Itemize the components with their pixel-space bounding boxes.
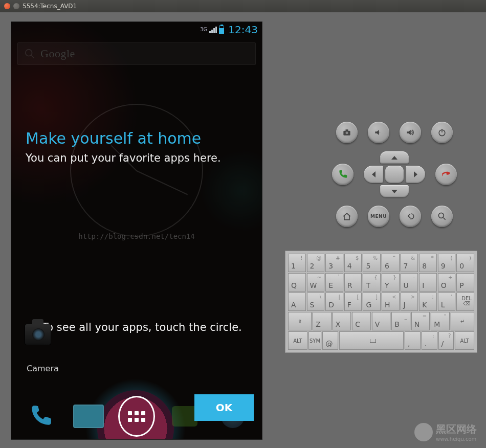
key-9[interactable]: 9(: [438, 254, 456, 272]
search-placeholder: Google: [40, 47, 75, 60]
dpad-down[interactable]: [380, 185, 409, 197]
key-,[interactable]: ,: [405, 331, 421, 350]
key-L[interactable]: L': [438, 293, 456, 311]
key-8[interactable]: 8*: [419, 254, 437, 272]
key-G[interactable]: G]: [363, 293, 381, 311]
signal-icon: [209, 26, 217, 33]
ok-button[interactable]: OK: [194, 394, 254, 421]
key-R[interactable]: R: [344, 273, 362, 292]
volume-down-button[interactable]: [368, 122, 389, 143]
key-U[interactable]: U-: [401, 273, 418, 292]
dialer-icon[interactable]: [22, 398, 59, 435]
svg-point-0: [26, 50, 32, 56]
key-T[interactable]: T{: [363, 273, 381, 292]
key-B[interactable]: B_: [391, 312, 410, 330]
key-Q[interactable]: Q: [288, 273, 306, 292]
key-K[interactable]: K;: [419, 293, 437, 311]
key-O[interactable]: O+: [438, 273, 456, 292]
key-W[interactable]: W~: [307, 273, 325, 292]
phone-screen[interactable]: 3G 12:43 Google Make yourself at home Yo…: [11, 22, 262, 439]
tutorial-title: Make yourself at home: [26, 129, 201, 147]
clock-text: 12:43: [228, 24, 258, 36]
key-6[interactable]: 6^: [382, 254, 400, 272]
camera-app-icon[interactable]: [25, 324, 51, 345]
svg-rect-4: [346, 129, 348, 131]
svg-line-8: [444, 218, 446, 220]
status-bar: 3G 12:43: [11, 22, 262, 37]
key-DEL
⌫[interactable]: DEL ⌫: [456, 293, 474, 311]
key-⌴[interactable]: ⌴: [339, 331, 404, 350]
tutorial-tip: To see all your apps, touch the circle.: [42, 321, 242, 333]
dpad-left[interactable]: [364, 166, 383, 183]
svg-point-3: [346, 131, 348, 134]
dpad-center[interactable]: [385, 166, 404, 183]
google-search-bar[interactable]: Google: [17, 42, 256, 65]
mushroom-icon: [414, 423, 433, 441]
dpad-up[interactable]: [380, 151, 409, 164]
key-0[interactable]: 0): [456, 254, 474, 272]
key-↵[interactable]: ↵: [451, 312, 474, 330]
window-title: 5554:Tecns_AVD1: [23, 3, 77, 10]
close-icon[interactable]: [4, 3, 10, 9]
contacts-icon[interactable]: [70, 398, 107, 435]
key-7[interactable]: 7&: [401, 254, 418, 272]
call-button[interactable]: [332, 164, 354, 185]
network-icon: 3G: [200, 27, 207, 32]
key-4[interactable]: 4$: [344, 254, 362, 272]
minimize-icon[interactable]: [13, 3, 19, 9]
window-titlebar: 5554:Tecns_AVD1: [0, 0, 486, 12]
key-J[interactable]: J>: [401, 293, 418, 311]
svg-point-7: [438, 213, 444, 218]
key-X[interactable]: X: [333, 312, 351, 330]
key-I[interactable]: I: [419, 273, 437, 292]
key-2[interactable]: 2@: [307, 254, 325, 272]
key-F[interactable]: F[: [344, 293, 362, 311]
key-S[interactable]: S\: [307, 293, 325, 311]
key-P[interactable]: P: [456, 273, 474, 292]
key-@[interactable]: @: [322, 331, 338, 350]
key-Y[interactable]: Y}: [382, 273, 400, 292]
power-button[interactable]: [431, 122, 453, 143]
key-V[interactable]: V: [372, 312, 391, 330]
key-3[interactable]: 3#: [325, 254, 343, 272]
clock-widget: [70, 104, 203, 237]
volume-up-button[interactable]: [400, 122, 421, 143]
key-C[interactable]: C: [352, 312, 371, 330]
camera-app-label: Camera: [27, 364, 59, 373]
key-5[interactable]: 5%: [363, 254, 381, 272]
key-⇧[interactable]: ⇧: [288, 312, 312, 330]
key-E[interactable]: E`: [325, 273, 343, 292]
menu-button[interactable]: MENU: [368, 206, 389, 227]
emulator-hw-buttons: MENU: [315, 122, 474, 227]
key-Z[interactable]: Z: [313, 312, 332, 330]
back-button[interactable]: [400, 206, 421, 227]
key-1[interactable]: 1!: [288, 254, 306, 272]
key-N[interactable]: N=: [411, 312, 430, 330]
end-call-button[interactable]: [435, 164, 457, 185]
dpad-right[interactable]: [406, 166, 425, 183]
home-button[interactable]: [336, 206, 358, 227]
dpad: [364, 151, 425, 197]
key-SYM[interactable]: SYM: [308, 331, 322, 350]
key-H[interactable]: H<: [382, 293, 400, 311]
key-A[interactable]: A: [288, 293, 306, 311]
battery-icon: [219, 26, 224, 34]
camera-hw-button[interactable]: [336, 122, 358, 143]
site-watermark: 黑区网络 www.heiqu.com: [414, 422, 477, 442]
apps-drawer-button[interactable]: [118, 398, 155, 435]
key-M[interactable]: M": [431, 312, 450, 330]
tutorial-subtitle: You can put your favorite apps here.: [26, 152, 221, 164]
svg-line-1: [31, 55, 34, 58]
key-/[interactable]: /?: [438, 331, 454, 350]
key-D[interactable]: D|: [325, 293, 343, 311]
emulator-keyboard: 1!2@3#4$5%6^7&8*9(0) QW~E`RT{Y}U-IO+P AS…: [285, 251, 477, 353]
search-hw-button[interactable]: [431, 206, 453, 227]
search-icon: [24, 48, 35, 59]
key-ALT[interactable]: ALT: [288, 331, 307, 350]
key-.[interactable]: .:: [422, 331, 437, 350]
key-ALT[interactable]: ALT: [455, 331, 474, 350]
emulator-phone-frame: 3G 12:43 Google Make yourself at home Yo…: [11, 21, 262, 440]
